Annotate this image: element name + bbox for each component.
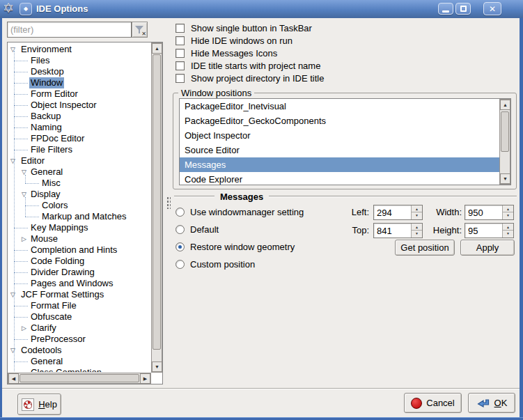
tree-vscrollbar[interactable]: ▲ ▼ bbox=[151, 42, 162, 373]
checkbox-show-single-button[interactable]: Show single button in TaskBar bbox=[175, 22, 324, 34]
tree-item[interactable]: General bbox=[8, 356, 151, 367]
spin-down-button[interactable]: ▼ bbox=[503, 212, 513, 219]
list-item[interactable]: Code Explorer bbox=[180, 172, 499, 185]
tree-item[interactable]: ▽Editor bbox=[8, 155, 151, 166]
help-button[interactable]: Help bbox=[17, 394, 61, 415]
tree-expanded-icon[interactable]: ▽ bbox=[10, 44, 15, 55]
apply-button[interactable]: Apply bbox=[460, 240, 515, 256]
width-input[interactable] bbox=[465, 205, 501, 219]
radio-icon bbox=[175, 208, 185, 217]
tree-item-label: JCF Format Settings bbox=[19, 289, 105, 300]
tree-item[interactable]: ▷Clarify bbox=[8, 322, 151, 334]
tree-expanded-icon[interactable]: ▽ bbox=[10, 289, 15, 300]
filter-funnel-stem bbox=[139, 30, 140, 33]
tree-expanded-icon[interactable]: ▽ bbox=[10, 155, 15, 166]
scroll-up-button[interactable]: ▲ bbox=[152, 43, 162, 54]
checkbox-label: Show single button in TaskBar bbox=[191, 23, 312, 33]
scroll-down-button[interactable]: ▼ bbox=[500, 173, 510, 184]
tree-item[interactable]: Markup and Matches bbox=[8, 211, 151, 222]
vscroll-thumb[interactable] bbox=[153, 54, 161, 350]
get-position-label: Get position bbox=[400, 242, 448, 253]
cancel-button[interactable]: Cancel bbox=[404, 393, 462, 413]
divider-line bbox=[269, 196, 517, 197]
tree-item[interactable]: Divider Drawing bbox=[8, 267, 151, 278]
tree-item[interactable]: Class Completion bbox=[8, 367, 151, 372]
tree-item-label: Format File bbox=[29, 300, 78, 311]
tree-item[interactable]: Backup bbox=[8, 111, 151, 122]
hscroll-thumb[interactable] bbox=[19, 374, 139, 382]
titlebar[interactable]: ✡ ◆ IDE Options ✕ bbox=[0, 0, 523, 18]
list-item[interactable]: PackageEditor_lnetvisual bbox=[180, 99, 499, 114]
list-item[interactable]: Object Inspector bbox=[180, 128, 499, 143]
tree-item[interactable]: Obfuscate bbox=[8, 311, 151, 322]
checkbox-hide-ide-windows[interactable]: Hide IDE windows on run bbox=[175, 34, 324, 47]
scroll-up-button[interactable]: ▲ bbox=[500, 100, 510, 110]
tree-connector bbox=[14, 250, 28, 251]
tree-item-selected[interactable]: Window bbox=[8, 77, 151, 88]
vscroll-thumb[interactable] bbox=[501, 111, 509, 152]
tree-item[interactable]: Completion and Hints bbox=[8, 244, 151, 256]
tree-item[interactable]: Form Editor bbox=[8, 88, 151, 100]
tree-item-label: Display bbox=[29, 189, 62, 200]
tree-item[interactable]: Code Folding bbox=[8, 256, 151, 267]
maximize-button[interactable] bbox=[455, 3, 471, 15]
tree-item[interactable]: Files bbox=[8, 55, 151, 66]
tree-item[interactable]: Misc bbox=[8, 178, 151, 189]
tree-item[interactable]: ▽Environment bbox=[8, 44, 151, 55]
tree-item[interactable]: Object Inspector bbox=[8, 100, 151, 111]
tree-item[interactable]: Format File bbox=[8, 300, 151, 311]
panel-splitter[interactable] bbox=[165, 18, 172, 388]
tree-expanded-icon[interactable]: ▽ bbox=[22, 189, 26, 200]
tree-item-label: Object Inspector bbox=[29, 100, 98, 111]
tree-expanded-icon[interactable]: ▽ bbox=[10, 345, 15, 356]
tree-expanded-icon[interactable]: ▽ bbox=[22, 166, 26, 178]
tree-item[interactable]: Colors bbox=[8, 200, 151, 211]
tree-item[interactable]: File Filters bbox=[8, 144, 151, 155]
checkbox-ide-title-project-name[interactable]: IDE title starts with project name bbox=[175, 59, 324, 72]
clear-filter-button[interactable]: ✕ bbox=[132, 22, 148, 38]
minimize-button[interactable] bbox=[438, 3, 453, 15]
scroll-right-button[interactable]: ▶ bbox=[140, 373, 150, 384]
tree-connector bbox=[14, 261, 28, 262]
tree-collapsed-icon[interactable]: ▷ bbox=[22, 233, 26, 244]
radio-use-windowmanager[interactable]: Use windowmanager setting bbox=[175, 206, 304, 217]
checkbox-hide-messages-icons[interactable]: Hide Messages Icons bbox=[175, 47, 324, 59]
list-item-selected[interactable]: Messages bbox=[180, 157, 499, 172]
tree-item[interactable]: Key Mappings bbox=[8, 222, 151, 233]
spin-up-button[interactable]: ▲ bbox=[503, 205, 513, 212]
spin-down-button[interactable]: ▼ bbox=[503, 231, 513, 238]
radio-restore-geometry[interactable]: Restore window geometry bbox=[175, 241, 295, 252]
tree-item[interactable]: PreProcessor bbox=[8, 334, 151, 345]
filter-input[interactable] bbox=[7, 22, 132, 38]
get-position-button[interactable]: Get position bbox=[395, 240, 455, 256]
list-item[interactable]: Source Editor bbox=[180, 143, 499, 157]
tree-item[interactable]: ▽JCF Format Settings bbox=[8, 289, 151, 300]
radio-default[interactable]: Default bbox=[175, 224, 219, 235]
tree-item[interactable]: ▷Mouse bbox=[8, 233, 151, 244]
radio-custom-position[interactable]: Custom position bbox=[175, 258, 255, 270]
tree-item-label: Completion and Hints bbox=[29, 244, 118, 256]
tree-item-label: Class Completion bbox=[29, 367, 103, 372]
tree-item[interactable]: Desktop bbox=[8, 66, 151, 77]
ok-button[interactable]: OK bbox=[468, 393, 515, 413]
tree-hscrollbar[interactable]: ◀ ▶ bbox=[8, 373, 151, 384]
height-input[interactable] bbox=[465, 224, 501, 238]
list-item[interactable]: PackageEditor_GeckoComponents bbox=[180, 114, 499, 128]
app-icon: ✡ bbox=[3, 0, 14, 17]
checkbox-show-project-directory[interactable]: Show project directory in IDE title bbox=[175, 72, 324, 84]
scroll-down-button[interactable]: ▼ bbox=[152, 361, 162, 372]
tree-item[interactable]: Naming bbox=[8, 122, 151, 133]
list-vscrollbar[interactable]: ▲ ▼ bbox=[499, 99, 510, 185]
tree-collapsed-icon[interactable]: ▷ bbox=[22, 322, 26, 334]
tree-item[interactable]: ▽General bbox=[8, 166, 151, 178]
close-button[interactable]: ✕ bbox=[483, 2, 501, 15]
window-menu-button[interactable]: ◆ bbox=[19, 3, 32, 15]
tree-item[interactable]: ▽Display bbox=[8, 189, 151, 200]
tree-item[interactable]: ▽Codetools bbox=[8, 345, 151, 356]
scroll-down-icon: ▼ bbox=[503, 176, 508, 181]
spin-up-button[interactable]: ▲ bbox=[503, 224, 513, 231]
tree-item[interactable]: FPDoc Editor bbox=[8, 133, 151, 144]
tree-item[interactable]: Pages and Windows bbox=[8, 278, 151, 289]
tree-connector bbox=[14, 61, 28, 61]
scroll-left-button[interactable]: ◀ bbox=[8, 373, 19, 384]
